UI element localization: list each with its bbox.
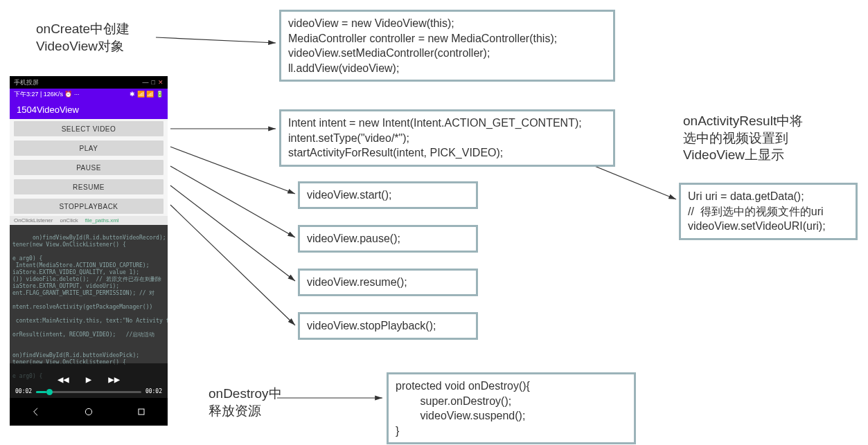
fastforward-icon[interactable]: ▶▶: [108, 374, 120, 386]
onactivityresult-label: onActivityResult中将 选中的视频设置到 VideoView上显示: [683, 113, 803, 164]
tab-file-paths: file_paths.xml: [85, 217, 119, 224]
svg-line-0: [156, 37, 276, 43]
onactivityresult-code-box: Uri uri = data.getData(); // 得到选中的视频文件的u…: [679, 183, 858, 240]
rewind-icon[interactable]: ◀◀: [57, 374, 69, 386]
svg-line-3: [170, 166, 295, 237]
svg-line-4: [170, 185, 295, 281]
status-left: 下午3:27 | 126K/s ⏰ ···: [14, 90, 79, 99]
svg-point-8: [85, 408, 91, 415]
tab-onclick: onClick: [60, 217, 78, 224]
start-code-box: videoView.start();: [298, 181, 478, 209]
pause-code-box: videoView.pause();: [298, 225, 478, 253]
play-button[interactable]: PLAY: [14, 140, 163, 156]
editor-tabstrip: OnClickListener onClick file_paths.xml: [10, 216, 168, 225]
svg-rect-9: [139, 409, 144, 415]
ondestroy-code-box: protected void onDestroy(){ super.onDest…: [387, 372, 636, 444]
close-icon[interactable]: ✕: [158, 79, 163, 86]
status-right: ✱ 📶 📶 🔋: [130, 91, 163, 98]
pause-button[interactable]: PAUSE: [14, 160, 163, 175]
app-title: 1504VideoView: [17, 105, 79, 115]
back-key-icon[interactable]: [30, 406, 42, 417]
phone-window-titlebar: 手机投屏 — □ ✕: [10, 76, 168, 89]
phone-mockup: 手机投屏 — □ ✕ 下午3:27 | 126K/s ⏰ ··· ✱ 📶 📶 🔋…: [10, 76, 168, 426]
svg-line-5: [170, 205, 295, 325]
maximize-icon[interactable]: □: [152, 79, 155, 86]
play-icon[interactable]: ▶: [86, 374, 91, 386]
phone-nav-bar: [10, 398, 168, 426]
video-frame-code-text: on)findViewById(R.id.buttonVideoRecord);…: [12, 235, 168, 379]
minimize-icon[interactable]: —: [143, 79, 149, 86]
select-video-button[interactable]: SELECT VIDEO: [14, 121, 163, 136]
oncreate-code-box: videoView = new VideoView(this); MediaCo…: [279, 10, 615, 82]
resume-code-box: videoView.resume();: [298, 269, 478, 296]
video-view-area[interactable]: on)findViewById(R.id.buttonVideoRecord);…: [10, 225, 168, 398]
home-key-icon[interactable]: [83, 406, 94, 417]
seek-bar[interactable]: [36, 391, 141, 393]
phone-status-bar: 下午3:27 | 126K/s ⏰ ··· ✱ 📶 📶 🔋: [10, 89, 168, 100]
resume-button[interactable]: RESUME: [14, 179, 163, 194]
ondestroy-label: onDestroy中 释放资源: [209, 385, 282, 419]
time-elapsed: 00:02: [15, 388, 32, 395]
tab-onclicklistener: OnClickListener: [14, 217, 53, 224]
phone-app-bar: 1504VideoView: [10, 100, 168, 119]
oncreate-label: onCreate中创建 VideoView对象: [36, 21, 130, 55]
media-controller[interactable]: ◀◀ ▶ ▶▶ 00:02 00:02: [10, 363, 168, 398]
time-total: 00:02: [145, 388, 162, 395]
phone-body: SELECT VIDEO PLAY PAUSE RESUME STOPPLAYB…: [10, 119, 168, 398]
stopplayback-button[interactable]: STOPPLAYBACK: [14, 199, 163, 214]
svg-line-2: [170, 147, 295, 194]
intent-code-box: Intent intent = new Intent(Intent.ACTION…: [279, 109, 615, 167]
stopplayback-code-box: videoView.stopPlayback();: [298, 312, 478, 340]
recent-key-icon[interactable]: [136, 406, 147, 417]
window-title: 手机投屏: [14, 78, 39, 87]
